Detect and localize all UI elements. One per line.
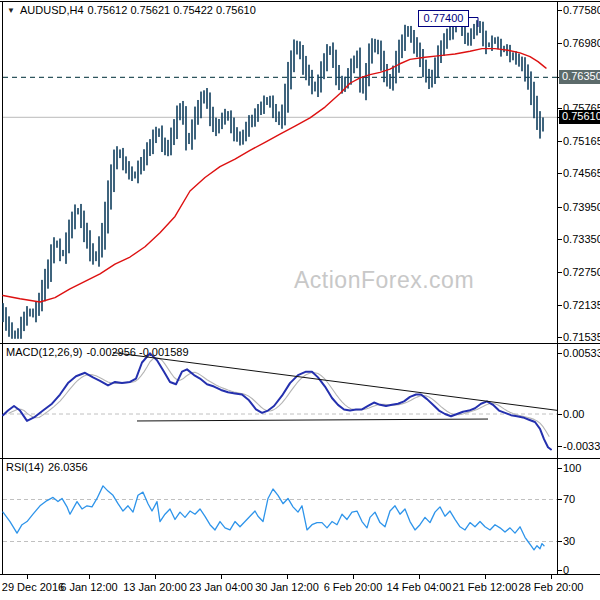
price-axis-label: 0.72135 [563, 299, 600, 311]
collapse-icon[interactable]: ▼ [7, 6, 15, 15]
price-axis-label: 0.75165 [563, 135, 600, 147]
rsi-label: RSI(14) [6, 461, 44, 473]
macd-axis-label: 0.005332 [563, 347, 600, 359]
rsi-axis-label: 70 [563, 493, 575, 505]
price-axis-label: 0.74565 [563, 167, 600, 179]
macd-axis-label: -0.00335 [563, 440, 600, 452]
macd-axis-label: 0.00 [563, 408, 584, 420]
price-axis-label: 0.73350 [563, 233, 600, 245]
price-axis-label: 0.71535 [563, 331, 600, 343]
time-axis-label: 28 Feb 20:00 [519, 581, 584, 593]
rsi-axis-label: 30 [563, 535, 575, 547]
macd-header: MACD(12,26,9)-0.002956 -0.001589 [6, 346, 189, 358]
chart-canvas [0, 0, 600, 600]
forex-chart-window: ▼ AUDUSD,H40.75612 0.75621 0.75422 0.756… [0, 0, 600, 600]
rsi-axis-label: 0 [563, 564, 569, 576]
price-axis-label: 0.73950 [563, 201, 600, 213]
rsi-header: RSI(14)26.0356 [6, 461, 88, 473]
price-axis-label: 0.72750 [563, 266, 600, 278]
price-axis-label: 0.76980 [563, 37, 600, 49]
high-price-label: 0.77400 [418, 10, 469, 27]
time-axis-label: 14 Feb 04:00 [387, 581, 452, 593]
macd-values: -0.002956 -0.001589 [86, 346, 188, 358]
time-axis-label: 21 Feb 12:00 [453, 581, 518, 593]
time-axis-label: 23 Jan 04:00 [189, 581, 253, 593]
price-label-resistance: 0.76350 [559, 70, 600, 84]
symbol-label: AUDUSD,H4 [20, 4, 84, 16]
time-axis-label: 30 Jan 12:00 [255, 581, 319, 593]
macd-label: MACD(12,26,9) [6, 346, 82, 358]
price-label-last: 0.75610 [559, 110, 600, 124]
time-axis-label: 6 Feb 20:00 [324, 581, 383, 593]
ohlc-values: 0.75612 0.75621 0.75422 0.75610 [88, 4, 256, 16]
time-axis-label: 6 Jan 12:00 [60, 581, 118, 593]
watermark: ActionForex.com [294, 267, 474, 294]
price-axis-label: 0.77580 [563, 4, 600, 16]
time-axis-label: 29 Dec 2016 [2, 581, 64, 593]
rsi-axis-label: 100 [563, 462, 581, 474]
time-axis-label: 13 Jan 20:00 [123, 581, 187, 593]
symbol-header: AUDUSD,H40.75612 0.75621 0.75422 0.75610 [20, 4, 256, 16]
rsi-value: 26.0356 [48, 461, 88, 473]
